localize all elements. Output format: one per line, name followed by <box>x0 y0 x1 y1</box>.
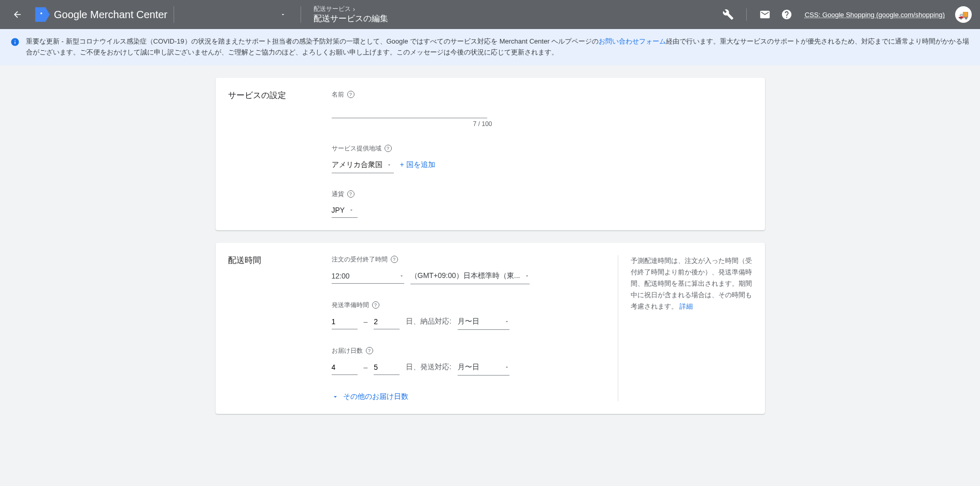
info-icon <box>10 37 20 47</box>
chevron-down-icon <box>349 207 354 213</box>
handling-suffix: 日、納品対応: <box>406 317 451 326</box>
product-logo: Google Merchant Center <box>35 7 167 22</box>
chevron-down-icon <box>387 162 392 168</box>
help-icon[interactable]: ? <box>391 256 398 263</box>
contact-form-link[interactable]: お問い合わせフォーム <box>599 37 666 45</box>
help-button[interactable] <box>777 5 797 24</box>
breadcrumb: 配送サービス › 配送サービスの編集 <box>307 3 718 26</box>
chevron-down-icon <box>524 273 530 279</box>
chevron-down-icon <box>399 273 404 279</box>
region-label: サービス提供地域 <box>332 144 381 153</box>
card-title: 配送時間 <box>228 255 332 401</box>
page-title: 配送サービスの編集 <box>314 13 712 24</box>
handling-days-select[interactable]: 月〜日 <box>458 314 509 330</box>
range-dash: – <box>364 317 368 326</box>
transit-min-input[interactable] <box>332 360 358 375</box>
help-icon[interactable]: ? <box>347 190 354 198</box>
handling-min-input[interactable] <box>332 314 358 329</box>
breadcrumb-parent[interactable]: 配送サービス <box>314 5 351 13</box>
details-link[interactable]: 詳細 <box>679 302 693 310</box>
name-label: 名前 <box>332 90 344 99</box>
help-icon[interactable]: ? <box>372 301 379 309</box>
transit-label: お届け日数 <box>332 346 363 355</box>
account-selector[interactable] <box>180 7 294 22</box>
add-country-button[interactable]: 国を追加 <box>400 160 435 170</box>
transit-max-input[interactable] <box>374 360 400 375</box>
currency-select[interactable]: JPY <box>332 203 358 218</box>
cutoff-label: 注文の受付終了時間 <box>332 255 388 264</box>
help-icon[interactable]: ? <box>347 91 354 98</box>
country-select[interactable]: アメリカ合衆国 <box>332 157 394 173</box>
product-name: Google Merchant Center <box>54 9 167 21</box>
currency-label: 通貨 <box>332 190 344 199</box>
handling-max-input[interactable] <box>374 314 400 329</box>
range-dash: – <box>364 363 368 371</box>
mail-button[interactable] <box>755 5 775 24</box>
service-name-input[interactable] <box>332 103 487 118</box>
svg-point-0 <box>40 12 42 15</box>
account-avatar[interactable]: 🚚 <box>955 6 972 23</box>
transit-days-select[interactable]: 月〜日 <box>458 359 509 376</box>
card-title: サービスの設定 <box>228 90 332 218</box>
transit-suffix: 日、発送対応: <box>406 363 451 372</box>
chevron-right-icon: › <box>353 6 355 13</box>
app-header: Google Merchant Center 配送サービス › 配送サービスの編… <box>0 0 980 29</box>
chevron-down-icon <box>332 393 339 400</box>
timezone-select[interactable]: （GMT+09:00）日本標準時（東... <box>410 268 530 284</box>
back-button[interactable] <box>8 5 27 24</box>
delivery-time-card: 配送時間 注文の受付終了時間 ? 12:00 （GMT+09:00）日本標準時（… <box>216 243 765 414</box>
help-icon[interactable]: ? <box>366 347 373 354</box>
delivery-time-help: 予測配達時間は、注文が入った時間（受付終了時間より前か後か）、発送準備時間、配送… <box>618 255 752 401</box>
chevron-down-icon <box>276 7 290 22</box>
handling-label: 発送準備時間 <box>332 301 369 310</box>
tools-button[interactable] <box>718 5 738 24</box>
merchant-tag-icon <box>35 7 50 22</box>
chevron-down-icon <box>504 365 509 370</box>
cutoff-time-select[interactable]: 12:00 <box>332 269 404 284</box>
more-transit-button[interactable]: その他のお届け日数 <box>332 392 605 401</box>
help-icon[interactable]: ? <box>385 145 392 152</box>
chevron-down-icon <box>504 319 509 324</box>
css-shopping-link[interactable]: CSS: Google Shopping (google.com/shoppin… <box>805 11 945 19</box>
notice-text: 重要な更新 - 新型コロナウイルス感染症（COVID-19）の状況を踏まえたサポ… <box>26 36 970 58</box>
service-settings-card: サービスの設定 名前 ? 7 / 100 サービス提供地域 ? アメリカ合衆国 <box>216 78 765 230</box>
char-counter: 7 / 100 <box>332 120 492 128</box>
covid-notice-banner: 重要な更新 - 新型コロナウイルス感染症（COVID-19）の状況を踏まえたサポ… <box>0 29 980 65</box>
